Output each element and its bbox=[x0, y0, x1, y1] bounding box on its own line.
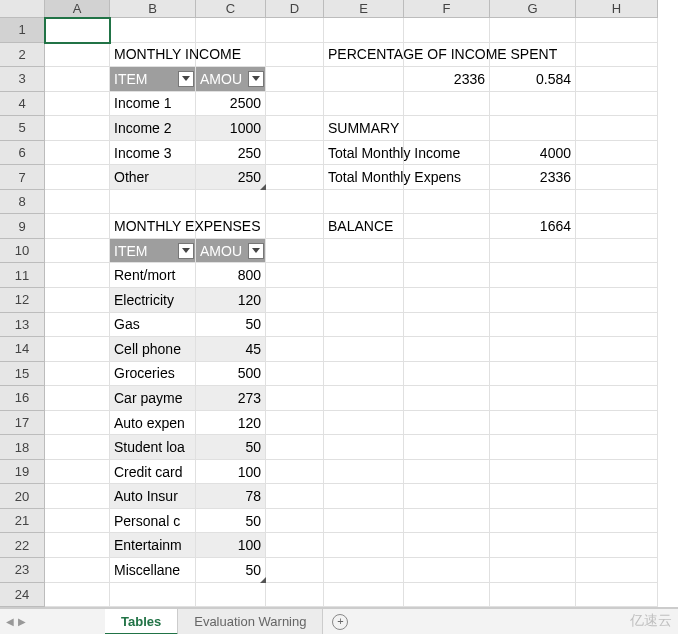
cell-B11[interactable]: Rent/mort bbox=[110, 263, 196, 288]
cell-H1[interactable] bbox=[576, 18, 658, 43]
cell-F9[interactable] bbox=[404, 214, 490, 239]
cell-F3[interactable]: 2336 bbox=[404, 67, 490, 92]
cell-H7[interactable] bbox=[576, 165, 658, 190]
cell-G5[interactable] bbox=[490, 116, 576, 141]
cell-B8[interactable] bbox=[110, 190, 196, 215]
cell-B15[interactable]: Groceries bbox=[110, 362, 196, 387]
cell-E19[interactable] bbox=[324, 460, 404, 485]
cell-F22[interactable] bbox=[404, 533, 490, 558]
column-header-C[interactable]: C bbox=[196, 0, 266, 18]
cell-H19[interactable] bbox=[576, 460, 658, 485]
cell-D11[interactable] bbox=[266, 263, 324, 288]
cell-B13[interactable]: Gas bbox=[110, 313, 196, 338]
cell-A4[interactable] bbox=[45, 92, 110, 117]
cell-D5[interactable] bbox=[266, 116, 324, 141]
row-header-18[interactable]: 18 bbox=[0, 435, 45, 460]
cell-C7[interactable]: 250 bbox=[196, 165, 266, 190]
cell-H16[interactable] bbox=[576, 386, 658, 411]
cell-E20[interactable] bbox=[324, 484, 404, 509]
cell-C24[interactable] bbox=[196, 583, 266, 608]
cell-A10[interactable] bbox=[45, 239, 110, 264]
cell-F19[interactable] bbox=[404, 460, 490, 485]
cell-D4[interactable] bbox=[266, 92, 324, 117]
cell-B24[interactable] bbox=[110, 583, 196, 608]
cell-F13[interactable] bbox=[404, 313, 490, 338]
column-header-F[interactable]: F bbox=[404, 0, 490, 18]
cell-B21[interactable]: Personal c bbox=[110, 509, 196, 534]
cell-B18[interactable]: Student loa bbox=[110, 435, 196, 460]
cell-B10[interactable]: ITEM bbox=[110, 239, 196, 264]
cell-H10[interactable] bbox=[576, 239, 658, 264]
cell-D7[interactable] bbox=[266, 165, 324, 190]
column-header-E[interactable]: E bbox=[324, 0, 404, 18]
column-header-G[interactable]: G bbox=[490, 0, 576, 18]
cell-D23[interactable] bbox=[266, 558, 324, 583]
cell-B20[interactable]: Auto Insur bbox=[110, 484, 196, 509]
cell-B4[interactable]: Income 1 bbox=[110, 92, 196, 117]
row-header-21[interactable]: 21 bbox=[0, 509, 45, 534]
cell-D15[interactable] bbox=[266, 362, 324, 387]
row-header-10[interactable]: 10 bbox=[0, 239, 45, 264]
cell-H3[interactable] bbox=[576, 67, 658, 92]
filter-dropdown-icon[interactable] bbox=[248, 243, 264, 259]
cell-H5[interactable] bbox=[576, 116, 658, 141]
cell-B22[interactable]: Entertainm bbox=[110, 533, 196, 558]
cell-E18[interactable] bbox=[324, 435, 404, 460]
cell-G4[interactable] bbox=[490, 92, 576, 117]
cell-C22[interactable]: 100 bbox=[196, 533, 266, 558]
cell-H20[interactable] bbox=[576, 484, 658, 509]
column-header-A[interactable]: A bbox=[45, 0, 110, 18]
cell-H8[interactable] bbox=[576, 190, 658, 215]
cell-C19[interactable]: 100 bbox=[196, 460, 266, 485]
cell-D3[interactable] bbox=[266, 67, 324, 92]
row-header-13[interactable]: 13 bbox=[0, 313, 45, 338]
cell-G3[interactable]: 0.584 bbox=[490, 67, 576, 92]
cell-C3[interactable]: AMOUN bbox=[196, 67, 266, 92]
cell-G22[interactable] bbox=[490, 533, 576, 558]
cell-A8[interactable] bbox=[45, 190, 110, 215]
row-header-9[interactable]: 9 bbox=[0, 214, 45, 239]
cell-G19[interactable] bbox=[490, 460, 576, 485]
cell-A21[interactable] bbox=[45, 509, 110, 534]
cell-B12[interactable]: Electricity bbox=[110, 288, 196, 313]
row-header-5[interactable]: 5 bbox=[0, 116, 45, 141]
cell-G20[interactable] bbox=[490, 484, 576, 509]
cell-A16[interactable] bbox=[45, 386, 110, 411]
row-header-24[interactable]: 24 bbox=[0, 583, 45, 608]
cell-E9[interactable]: BALANCE bbox=[324, 214, 404, 239]
cell-E1[interactable] bbox=[324, 18, 404, 43]
cell-F15[interactable] bbox=[404, 362, 490, 387]
cell-H12[interactable] bbox=[576, 288, 658, 313]
cell-B7[interactable]: Other bbox=[110, 165, 196, 190]
row-header-8[interactable]: 8 bbox=[0, 190, 45, 215]
cell-H13[interactable] bbox=[576, 313, 658, 338]
cell-C11[interactable]: 800 bbox=[196, 263, 266, 288]
cell-H23[interactable] bbox=[576, 558, 658, 583]
cell-E5[interactable]: SUMMARY bbox=[324, 116, 404, 141]
cell-A14[interactable] bbox=[45, 337, 110, 362]
cell-A3[interactable] bbox=[45, 67, 110, 92]
cell-G24[interactable] bbox=[490, 583, 576, 608]
cell-G6[interactable]: 4000 bbox=[490, 141, 576, 166]
cell-C6[interactable]: 250 bbox=[196, 141, 266, 166]
cell-A15[interactable] bbox=[45, 362, 110, 387]
cell-G21[interactable] bbox=[490, 509, 576, 534]
row-header-11[interactable]: 11 bbox=[0, 263, 45, 288]
cell-C4[interactable]: 2500 bbox=[196, 92, 266, 117]
cell-F14[interactable] bbox=[404, 337, 490, 362]
cell-H15[interactable] bbox=[576, 362, 658, 387]
cell-G16[interactable] bbox=[490, 386, 576, 411]
cell-C18[interactable]: 50 bbox=[196, 435, 266, 460]
cell-E8[interactable] bbox=[324, 190, 404, 215]
cell-E17[interactable] bbox=[324, 411, 404, 436]
cell-A9[interactable] bbox=[45, 214, 110, 239]
cell-G23[interactable] bbox=[490, 558, 576, 583]
row-header-7[interactable]: 7 bbox=[0, 165, 45, 190]
cell-E2[interactable]: PERCENTAGE OF INCOME SPENT bbox=[324, 43, 404, 68]
cell-F23[interactable] bbox=[404, 558, 490, 583]
cell-A1[interactable] bbox=[45, 18, 110, 43]
cell-E21[interactable] bbox=[324, 509, 404, 534]
cell-D18[interactable] bbox=[266, 435, 324, 460]
cell-B6[interactable]: Income 3 bbox=[110, 141, 196, 166]
cell-C16[interactable]: 273 bbox=[196, 386, 266, 411]
